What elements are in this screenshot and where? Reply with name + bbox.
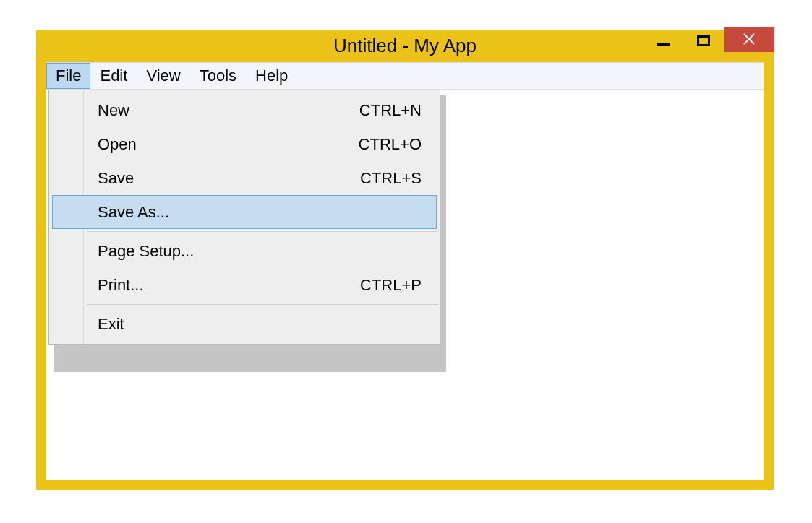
menu-separator <box>87 304 438 305</box>
app-window: Untitled - My App File Edit View Tools <box>36 30 774 490</box>
menu-help-label: Help <box>255 66 288 85</box>
menu-help[interactable]: Help <box>246 63 297 89</box>
maximize-icon <box>697 35 710 46</box>
menu-item-new[interactable]: New CTRL+N <box>52 93 437 127</box>
file-dropdown: New CTRL+N Open CTRL+O Save CTRL+S Save … <box>48 90 440 345</box>
menu-edit-label: Edit <box>100 66 127 85</box>
menu-item-label: Print... <box>98 276 144 295</box>
close-icon <box>743 33 756 48</box>
menu-item-open[interactable]: Open CTRL+O <box>52 127 437 161</box>
client-area: New CTRL+N Open CTRL+O Save CTRL+S Save … <box>46 90 764 480</box>
window-title: Untitled - My App <box>333 35 476 57</box>
menu-item-shortcut: CTRL+S <box>360 169 422 188</box>
menu-view[interactable]: View <box>137 63 189 89</box>
menu-item-shortcut: CTRL+P <box>360 276 422 295</box>
file-menu-list: New CTRL+N Open CTRL+O Save CTRL+S Save … <box>51 93 438 341</box>
menu-item-label: Open <box>98 135 137 154</box>
titlebar[interactable]: Untitled - My App <box>36 30 774 62</box>
menu-item-exit[interactable]: Exit <box>52 307 437 341</box>
menu-item-label: Save As... <box>98 203 169 222</box>
menu-file-label: File <box>56 66 81 85</box>
menu-file[interactable]: File <box>46 63 90 89</box>
minimize-icon <box>657 43 670 46</box>
menu-tools-label: Tools <box>200 66 236 85</box>
menu-item-label: Exit <box>98 315 124 334</box>
menu-item-label: Save <box>98 169 134 188</box>
menu-item-shortcut: CTRL+O <box>359 135 422 154</box>
close-button[interactable] <box>724 27 774 52</box>
menu-item-page-setup[interactable]: Page Setup... <box>52 234 437 268</box>
menu-item-label: New <box>98 101 129 120</box>
menu-item-print[interactable]: Print... CTRL+P <box>52 268 437 302</box>
menu-item-shortcut: CTRL+N <box>359 101 422 120</box>
menu-item-save-as[interactable]: Save As... <box>52 195 437 229</box>
menu-separator <box>87 231 438 232</box>
maximize-button[interactable] <box>683 30 724 52</box>
menu-item-save[interactable]: Save CTRL+S <box>52 161 437 195</box>
menu-view-label: View <box>146 66 180 85</box>
menu-edit[interactable]: Edit <box>90 63 137 89</box>
menu-tools[interactable]: Tools <box>190 63 246 89</box>
file-dropdown-wrap: New CTRL+N Open CTRL+O Save CTRL+S Save … <box>48 90 440 345</box>
minimize-button[interactable] <box>643 30 683 52</box>
menu-item-label: Page Setup... <box>98 242 194 261</box>
menubar: File Edit View Tools Help <box>46 62 764 90</box>
caption-buttons <box>643 30 774 52</box>
